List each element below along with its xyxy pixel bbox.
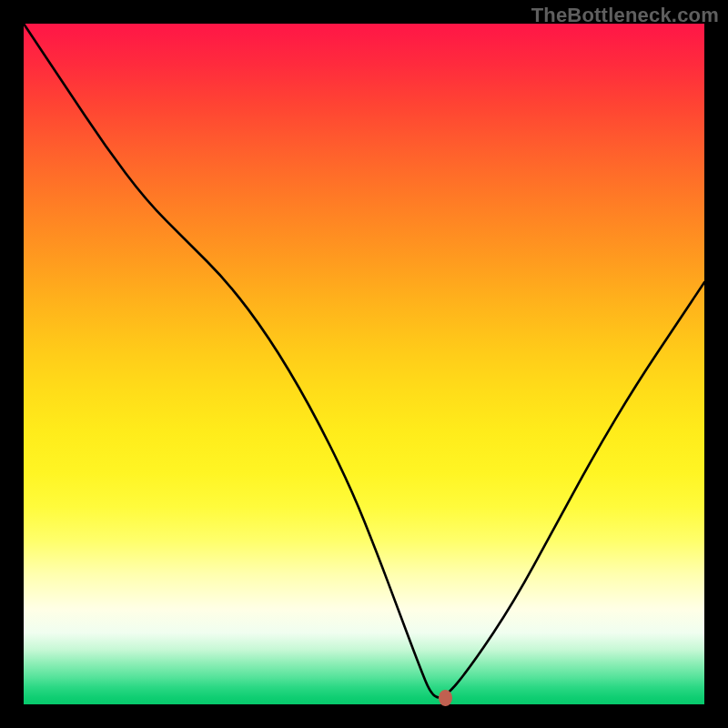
bottleneck-curve-path: [24, 24, 704, 698]
chart-frame: TheBottleneck.com: [0, 0, 728, 728]
watermark-text: TheBottleneck.com: [531, 4, 719, 27]
plot-area: [24, 24, 704, 704]
optimal-point-marker: [439, 690, 452, 706]
curve-svg: [24, 24, 704, 704]
